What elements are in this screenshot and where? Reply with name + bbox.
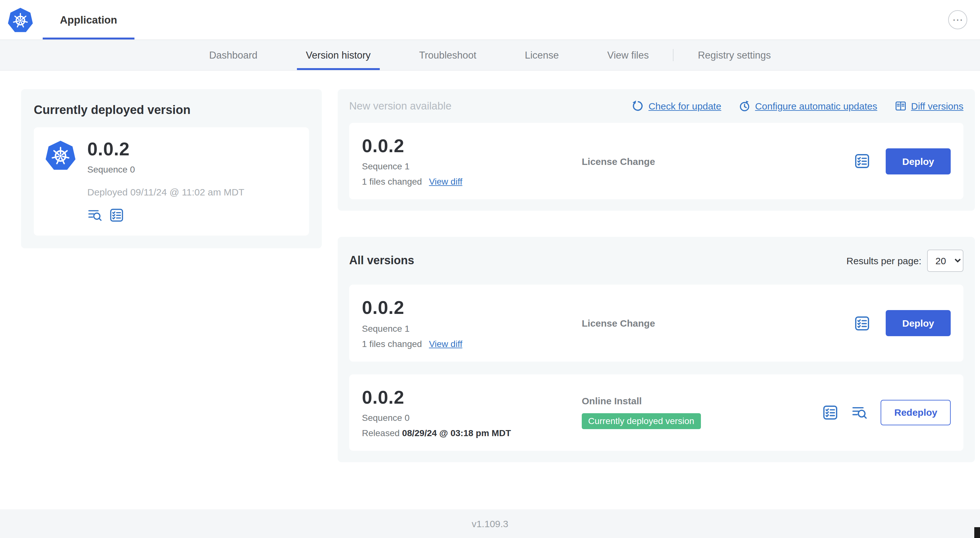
all-versions-list: 0.0.2 Sequence 1 1 files changed View di… — [349, 285, 963, 451]
change-type-label: License Change — [582, 318, 854, 329]
version-actions: Check for update Configure automatic upd… — [632, 100, 963, 112]
sequence-label: Sequence 1 — [362, 161, 582, 171]
preflight-checks-icon[interactable] — [854, 315, 870, 332]
version-info: 0.0.2 Sequence 1 1 files changed View di… — [362, 136, 582, 187]
app-subnav: Dashboard Version history Troubleshoot L… — [0, 40, 980, 71]
version-source: License Change — [582, 156, 854, 167]
main-content: Currently deployed version 0.0.2 Sequenc… — [0, 71, 980, 509]
results-per-page: Results per page: 20 — [846, 250, 963, 272]
tab-version-history[interactable]: Version history — [297, 40, 379, 70]
scrollbar-artifact — [974, 527, 980, 538]
diff-versions-link[interactable]: Diff versions — [894, 100, 963, 112]
change-type-label: License Change — [582, 156, 854, 167]
currently-deployed-title: Currently deployed version — [34, 103, 309, 117]
app-icon — [45, 139, 76, 172]
files-changed-label: 1 files changed — [362, 177, 422, 187]
view-diff-link[interactable]: View diff — [429, 177, 462, 187]
tab-license[interactable]: License — [516, 40, 568, 70]
new-version-title: New version available — [349, 100, 452, 112]
deploy-button[interactable]: Deploy — [886, 310, 951, 336]
tab-troubleshoot[interactable]: Troubleshoot — [410, 40, 485, 70]
deploy-button[interactable]: Deploy — [886, 148, 951, 174]
results-per-page-select[interactable]: 20 — [927, 250, 963, 272]
version-row-actions: Deploy — [854, 310, 951, 336]
results-per-page-label: Results per page: — [846, 256, 921, 267]
preflight-checks-icon[interactable] — [109, 208, 124, 223]
change-type-label: Online Install — [582, 396, 822, 406]
view-logs-icon[interactable] — [852, 404, 868, 421]
version-info: 0.0.2 Sequence 1 1 files changed View di… — [362, 298, 582, 349]
tab-view-files[interactable]: View files — [598, 40, 657, 70]
tab-registry-settings[interactable]: Registry settings — [689, 40, 780, 70]
all-versions-header: All versions Results per page: 20 — [349, 250, 963, 272]
footer: v1.109.3 — [0, 509, 980, 538]
nav-divider — [673, 49, 673, 61]
app-root: Application ⋯ Dashboard Version history … — [0, 0, 980, 538]
redeploy-button[interactable]: Redeploy — [881, 400, 951, 425]
current-version-number: 0.0.2 — [87, 139, 244, 160]
version-number: 0.0.2 — [362, 298, 582, 319]
new-version-card: New version available Check for update C… — [338, 89, 975, 211]
tab-dashboard[interactable]: Dashboard — [200, 40, 266, 70]
sequence-label: Sequence 0 — [362, 413, 582, 423]
version-row-actions: Deploy — [854, 148, 951, 174]
version-source: License Change — [582, 318, 854, 329]
files-changed-label: 1 files changed — [362, 338, 422, 349]
kubernetes-logo-icon — [8, 6, 33, 34]
current-sequence-label: Sequence 0 — [87, 165, 244, 175]
tab-application[interactable]: Application — [43, 0, 134, 40]
schedule-icon — [738, 100, 751, 112]
console-version: v1.109.3 — [471, 518, 508, 529]
configure-automatic-updates-link[interactable]: Configure automatic updates — [738, 100, 877, 112]
top-header: Application ⋯ — [0, 0, 980, 40]
preflight-checks-icon[interactable] — [822, 404, 839, 421]
version-info: 0.0.2 Sequence 0 Released 08/29/24 @ 03:… — [362, 387, 582, 438]
sequence-label: Sequence 1 — [362, 323, 582, 333]
more-options-button[interactable]: ⋯ — [948, 10, 967, 29]
all-versions-title: All versions — [349, 254, 414, 268]
current-version-tile: 0.0.2 Sequence 0 Deployed 09/11/24 @ 11:… — [34, 127, 309, 236]
view-diff-link[interactable]: View diff — [429, 338, 462, 349]
new-version-card-header: New version available Check for update C… — [349, 100, 963, 112]
view-logs-icon[interactable] — [87, 208, 103, 223]
all-versions-card: All versions Results per page: 20 0.0.2 … — [338, 237, 975, 462]
version-row-actions: Redeploy — [822, 400, 951, 425]
current-deployed-date: Deployed 09/11/24 @ 11:02 am MDT — [87, 187, 244, 198]
ellipsis-icon: ⋯ — [952, 14, 963, 25]
version-row: 0.0.2 Sequence 1 1 files changed View di… — [349, 285, 963, 362]
preflight-checks-icon[interactable] — [854, 153, 870, 169]
version-number: 0.0.2 — [362, 387, 582, 408]
version-number: 0.0.2 — [362, 136, 582, 157]
version-source: Online Install Currently deployed versio… — [582, 396, 822, 429]
right-column: New version available Check for update C… — [338, 89, 975, 462]
currently-deployed-card: Currently deployed version 0.0.2 Sequenc… — [21, 89, 322, 249]
version-row: 0.0.2 Sequence 0 Released 08/29/24 @ 03:… — [349, 374, 963, 451]
diff-icon — [894, 100, 907, 112]
refresh-icon — [632, 100, 644, 112]
current-version-actions — [87, 208, 244, 223]
currently-deployed-badge: Currently deployed version — [582, 414, 701, 429]
check-for-update-link[interactable]: Check for update — [632, 100, 721, 112]
new-version-row: 0.0.2 Sequence 1 1 files changed View di… — [349, 123, 963, 200]
app-tab-label: Application — [60, 14, 117, 26]
released-label: Released — [362, 428, 399, 438]
released-date: 08/29/24 @ 03:18 pm MDT — [402, 428, 511, 438]
